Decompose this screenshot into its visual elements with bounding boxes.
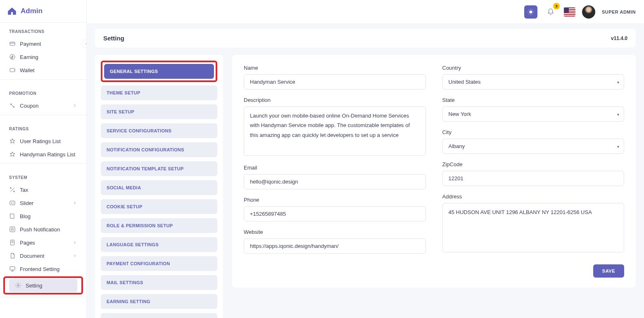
svg-marker-4 — [10, 139, 15, 143]
description-textarea[interactable]: Launch your own mobile-based online On-D… — [244, 106, 426, 156]
sidebar-item-label: Wallet — [20, 67, 35, 73]
settings-tabs-card: GENERAL SETTINGSTHEME SETUPSITE SETUPSER… — [95, 55, 223, 318]
settings-tab-mail-settings[interactable]: MAIL SETTINGS — [101, 275, 217, 290]
settings-form-card: Name Description Launch your own mobile-… — [232, 55, 636, 287]
brand-text: Admin — [21, 7, 43, 15]
sidebar-item-coupon[interactable]: Coupon — [0, 99, 86, 112]
settings-tab-cookie-setup[interactable]: COOKIE SETUP — [101, 199, 217, 214]
email-input[interactable] — [244, 174, 426, 189]
name-input[interactable] — [244, 74, 426, 90]
settings-tab-service-configurations[interactable]: SERVICE CONFIGURATIONS — [101, 123, 217, 138]
state-select[interactable]: New York — [442, 106, 625, 122]
notification-badge: 3 — [553, 3, 560, 9]
brand-icon — [7, 6, 17, 16]
chevron-right-icon — [72, 103, 77, 108]
sidebar-item-tax[interactable]: Tax — [0, 183, 86, 196]
user-role-label[interactable]: SUPER ADMIN — [602, 9, 636, 14]
brand[interactable]: Admin — [0, 0, 86, 23]
sidebar-item-push-notification[interactable]: Push Notification — [0, 223, 86, 236]
page-header: Setting v11.4.0 — [95, 29, 636, 47]
section-heading: RATINGS — [0, 120, 86, 134]
settings-tab-site-setup[interactable]: SITE SETUP — [101, 104, 217, 119]
address-textarea[interactable]: 45 HUDSON AVE UNIT 1296 ALBANY NY 12201-… — [442, 203, 625, 252]
sidebar-item-label: Pages — [20, 240, 35, 246]
chevron-right-icon — [72, 240, 77, 245]
user-avatar[interactable] — [582, 5, 595, 19]
settings-tab-payment-configuration[interactable]: PAYMENT CONFIGURATION — [101, 256, 217, 271]
sidebar-item-label: Earning — [20, 54, 38, 60]
main: 3 SUPER ADMIN Setting v11.4.0 GENERAL SE… — [87, 0, 644, 318]
svg-rect-11 — [10, 267, 15, 270]
sidebar-item-label: Slider — [20, 200, 33, 206]
theme-toggle-button[interactable] — [524, 5, 537, 19]
highlight-box: Setting — [3, 276, 83, 294]
sidebar-item-handyman-ratings-list[interactable]: Handyman Ratings List — [0, 148, 86, 161]
notifications-button[interactable]: 3 — [544, 5, 557, 19]
sidebar-item-label: Frontend Setting — [20, 266, 59, 272]
svg-rect-28 — [564, 13, 575, 14]
svg-line-21 — [532, 9, 533, 10]
language-flag-button[interactable] — [564, 7, 575, 16]
gear-icon — [15, 282, 21, 289]
website-label: Website — [244, 229, 426, 235]
svg-rect-6 — [10, 201, 15, 205]
settings-tab-mail-settings[interactable]: MAIL SETTINGS — [101, 313, 217, 318]
settings-tab-earning-setting[interactable]: EARNING SETTING — [101, 294, 217, 309]
zipcode-label: ZipCode — [442, 161, 625, 167]
sidebar-item-label: Blog — [20, 213, 31, 219]
settings-tab-theme-setup[interactable]: THEME SETUP — [101, 85, 217, 100]
settings-tab-role-permission-setup[interactable]: ROLE & PERMISSION SETUP — [101, 218, 217, 233]
sidebar-item-wallet[interactable]: Wallet — [0, 64, 86, 77]
sidebar-item-label: Handyman Ratings List — [20, 151, 75, 158]
settings-tab-social-media[interactable]: SOCIAL MEDIA — [101, 180, 217, 195]
svg-marker-5 — [10, 152, 15, 156]
svg-rect-0 — [10, 42, 15, 45]
city-label: City — [442, 129, 625, 135]
sidebar-item-user-ratings-list[interactable]: User Ratings List — [0, 134, 86, 148]
website-input[interactable] — [244, 238, 426, 254]
slider-icon — [9, 200, 16, 206]
name-label: Name — [244, 65, 426, 71]
zipcode-input[interactable] — [442, 171, 625, 186]
sidebar-item-earning[interactable]: Earning — [0, 50, 86, 64]
svg-rect-30 — [564, 7, 569, 12]
settings-tab-notification-configurations[interactable]: NOTIFICATION CONFIGURATIONS — [101, 142, 217, 157]
description-label: Description — [244, 97, 426, 103]
sidebar-item-payment[interactable]: Payment — [0, 37, 86, 50]
sidebar-item-pages[interactable]: Pages — [0, 236, 86, 249]
country-select[interactable]: United States — [442, 74, 625, 90]
svg-point-15 — [530, 11, 532, 13]
save-button[interactable]: SAVE — [593, 264, 624, 278]
sidebar-item-slider[interactable]: Slider — [0, 196, 86, 210]
bell-square-icon — [9, 226, 16, 233]
settings-tab-notification-template-setup[interactable]: NOTIFICATION TEMPLATE SETUP — [101, 161, 217, 176]
svg-point-14 — [17, 285, 19, 286]
address-label: Address — [442, 193, 625, 200]
svg-line-23 — [532, 14, 533, 14]
sidebar: Admin TRANSACTIONSPaymentEarningWalletPR… — [0, 0, 87, 318]
sidebar-item-document[interactable]: Document — [0, 249, 86, 262]
monitor-icon — [9, 266, 16, 272]
version-label: v11.4.0 — [611, 35, 627, 41]
sidebar-item-frontend-setting[interactable]: Frontend Setting — [0, 262, 86, 276]
sidebar-item-label: Payment — [20, 41, 41, 47]
dollar-icon — [9, 54, 16, 60]
email-label: Email — [244, 165, 426, 171]
percent-icon — [9, 102, 16, 109]
settings-tab-language-settings[interactable]: LANGUAGE SETTINGS — [101, 237, 217, 252]
section-heading: TRANSACTIONS — [0, 23, 86, 37]
book-icon — [9, 213, 16, 219]
sidebar-item-blog[interactable]: Blog — [0, 210, 86, 223]
star-icon — [9, 138, 16, 144]
city-select[interactable]: Albany — [442, 139, 625, 154]
sidebar-item-label: Tax — [20, 187, 28, 193]
section-heading: PROMOTION — [0, 85, 86, 99]
settings-tab-general-settings[interactable]: GENERAL SETTINGS — [104, 64, 214, 79]
state-label: State — [442, 97, 625, 103]
phone-input[interactable] — [244, 206, 426, 221]
chevron-left-icon — [84, 42, 87, 46]
sidebar-item-label: Setting — [26, 283, 42, 289]
pages-icon — [9, 239, 16, 246]
bell-icon — [547, 8, 554, 16]
sidebar-item-setting[interactable]: Setting — [9, 279, 77, 292]
